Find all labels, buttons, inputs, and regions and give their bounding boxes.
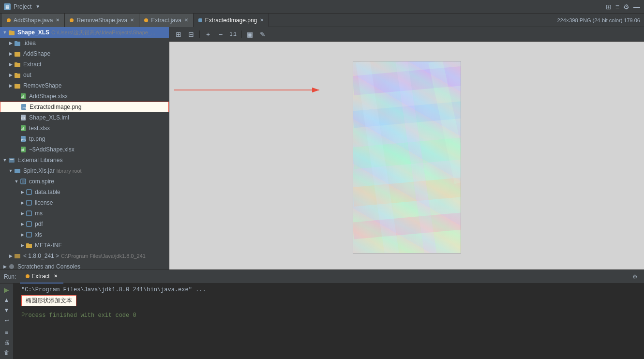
editor-tabs: AddShape.java ✕ RemoveShape.java ✕ Extra… xyxy=(0,14,644,27)
sidebar-item-extract[interactable]: ▶ Extract xyxy=(0,59,169,70)
sidebar-item-addshape-swp[interactable]: xl ~$AddShape.xlsx xyxy=(0,144,169,155)
sidebar-item-addshape-xlsx[interactable]: xl AddShape.xlsx xyxy=(0,91,169,102)
svg-rect-5 xyxy=(15,52,17,53)
sidebar-item-pdf[interactable]: ▶ pdf xyxy=(0,219,169,229)
spire-jar-label: Spire.Xls.jar xyxy=(23,167,55,174)
scroll-up-btn[interactable]: ▲ xyxy=(2,296,12,304)
tp-png-label: tp.png xyxy=(29,135,45,142)
sidebar-item-spire-jar[interactable]: ▼ Spire.Xls.jar library root xyxy=(0,165,169,176)
extract-label: Extract xyxy=(23,61,41,68)
sidebar-item-idea[interactable]: ▶ .idea xyxy=(0,38,169,48)
jdk-icon xyxy=(14,252,21,260)
test-xlsx-label: test.xlsx xyxy=(29,125,50,132)
sidebar-tree: ▶ .idea ▶ AddShape ▶ Extract xyxy=(0,38,169,269)
toolbar-close-icon[interactable]: — xyxy=(633,3,640,11)
toolbar-settings-icon[interactable]: ⚙ xyxy=(623,3,629,11)
bottom-tabs: Run: Extract ✕ ⚙ xyxy=(0,270,644,284)
tab-extract-close[interactable]: ✕ xyxy=(184,17,188,23)
test-xlsx-icon: xl xyxy=(19,124,27,132)
svg-rect-28 xyxy=(22,180,25,183)
sidebar-item-out[interactable]: ▶ out xyxy=(0,70,169,80)
jdk-label: < 1.8.0_241 > xyxy=(23,253,59,259)
fit-page-btn[interactable]: ⊞ xyxy=(173,29,184,40)
editor-content xyxy=(169,42,644,269)
sidebar-item-external-libs[interactable]: ▼ External Libraries xyxy=(0,155,169,165)
tab-remove-shape[interactable]: RemoveShape.java ✕ xyxy=(65,14,139,27)
zoom-out-btn[interactable]: − xyxy=(215,29,226,40)
bottom-tab-extract[interactable]: Extract ✕ xyxy=(20,270,63,284)
spire-jar-arrow: ▼ xyxy=(8,168,14,174)
tp-png-arrow xyxy=(14,136,19,142)
sidebar-item-tp-png[interactable]: png tp.png xyxy=(0,134,169,144)
app-container: ▦ Project ▼ ⊞ ≡ ⚙ — AddShape.java ✕ Remo… xyxy=(0,0,644,359)
sidebar-item-scratches[interactable]: ▶ Scratches and Consoles xyxy=(0,261,169,269)
meta-inf-label: META-INF xyxy=(35,242,62,249)
addshape-swp-arrow xyxy=(14,147,19,152)
sidebar-item-meta-inf[interactable]: ▶ META-INF xyxy=(0,240,169,251)
project-dropdown-arrow[interactable]: ▼ xyxy=(35,4,40,9)
svg-rect-1 xyxy=(9,30,12,32)
sidebar-item-com-spire[interactable]: ▼ com.spire xyxy=(0,176,169,187)
tab-java-icon3 xyxy=(144,18,148,22)
run-btn[interactable]: ▶ xyxy=(2,285,12,294)
scratches-icon xyxy=(8,263,15,269)
svg-text:xl: xl xyxy=(21,148,24,151)
sidebar-item-addshape[interactable]: ▶ AddShape xyxy=(0,48,169,59)
sidebar-item-extractedimage[interactable]: png ExtractedImage.png xyxy=(0,102,169,112)
svg-line-44 xyxy=(353,149,461,158)
sidebar-item-xls[interactable]: ▶ xls xyxy=(0,229,169,240)
toolbar-minus-icon[interactable]: ≡ xyxy=(615,3,619,11)
sidebar-root[interactable]: ▼ Shape_XLS C:\Users\这天很高兴\IdeaProjects\… xyxy=(0,27,169,38)
svg-rect-30 xyxy=(27,200,31,205)
clear-btn[interactable]: ≡ xyxy=(2,328,12,337)
svg-rect-9 xyxy=(15,73,17,75)
svg-line-48 xyxy=(402,61,431,254)
sidebar-item-shape-iml[interactable]: iml Shape_XLS.iml xyxy=(0,112,169,123)
xls-label: xls xyxy=(35,231,42,238)
edit-btn[interactable]: ✎ xyxy=(257,29,268,40)
run-toolbar: ▶ ▲ ▼ ↩ ≡ 🖨 🗑 xyxy=(0,284,14,359)
bottom-settings-btn[interactable]: ⚙ xyxy=(629,271,640,282)
addshape-xlsx-icon: xl xyxy=(19,92,27,100)
jdk-path: C:\Program Files\Java\jdk1.8.0_241 xyxy=(61,253,146,259)
sidebar-item-removeshape[interactable]: ▶ RemoveShape xyxy=(0,80,169,91)
tab-add-shape-close[interactable]: ✕ xyxy=(56,17,60,23)
main-area: ▼ Shape_XLS C:\Users\这天很高兴\IdeaProjects\… xyxy=(0,27,644,269)
image-container xyxy=(179,51,634,260)
root-label: Shape_XLS xyxy=(17,29,49,36)
sidebar-item-test-xlsx[interactable]: xl test.xlsx xyxy=(0,123,169,134)
svg-rect-7 xyxy=(15,62,17,64)
actual-size-btn[interactable]: 1:1 xyxy=(228,29,239,40)
bottom-tab-close[interactable]: ✕ xyxy=(54,273,58,279)
sidebar-item-ms[interactable]: ▶ ms xyxy=(0,208,169,219)
tab-extract[interactable]: Extract.java ✕ xyxy=(139,14,194,27)
tab-extracted-image-close[interactable]: ✕ xyxy=(260,17,264,23)
print-btn[interactable]: 🖨 xyxy=(2,338,12,347)
scroll-down-btn[interactable]: ▼ xyxy=(2,306,12,314)
addshape-swp-label: ~$AddShape.xlsx xyxy=(29,146,75,153)
toolbar-grid-icon[interactable]: ⊞ xyxy=(606,3,612,11)
data-table-arrow: ▶ xyxy=(19,189,25,195)
fit-width-btn[interactable]: ⊟ xyxy=(186,29,196,40)
color-picker-btn[interactable]: ▣ xyxy=(245,29,255,40)
toolbar-sep1 xyxy=(199,30,200,38)
tab-png-icon xyxy=(198,18,202,22)
console-output: "C:\Program Files\Java\jdk1.8.0_241\bin\… xyxy=(14,284,644,359)
tab-extracted-image[interactable]: ExtractedImage.png ✕ xyxy=(194,14,269,27)
sidebar-item-license[interactable]: ▶ license xyxy=(0,197,169,208)
license-icon xyxy=(25,199,33,207)
xls-icon xyxy=(25,231,33,239)
project-label: Project xyxy=(14,3,31,10)
tab-remove-shape-close[interactable]: ✕ xyxy=(130,17,134,23)
sidebar-item-data-table[interactable]: ▶ data.table xyxy=(0,187,169,197)
removeshape-arrow: ▶ xyxy=(8,83,14,89)
sidebar-item-jdk[interactable]: ▶ < 1.8.0_241 > C:\Program Files\Java\jd… xyxy=(0,251,169,261)
wrap-btn[interactable]: ↩ xyxy=(2,316,12,325)
trash-btn[interactable]: 🗑 xyxy=(2,348,12,357)
svg-line-45 xyxy=(353,187,461,197)
removeshape-folder-icon xyxy=(14,82,21,90)
out-arrow: ▶ xyxy=(8,72,14,78)
tab-remove-shape-label: RemoveShape.java xyxy=(76,17,127,24)
zoom-in-btn[interactable]: + xyxy=(203,29,213,40)
tab-add-shape[interactable]: AddShape.java ✕ xyxy=(2,14,65,27)
